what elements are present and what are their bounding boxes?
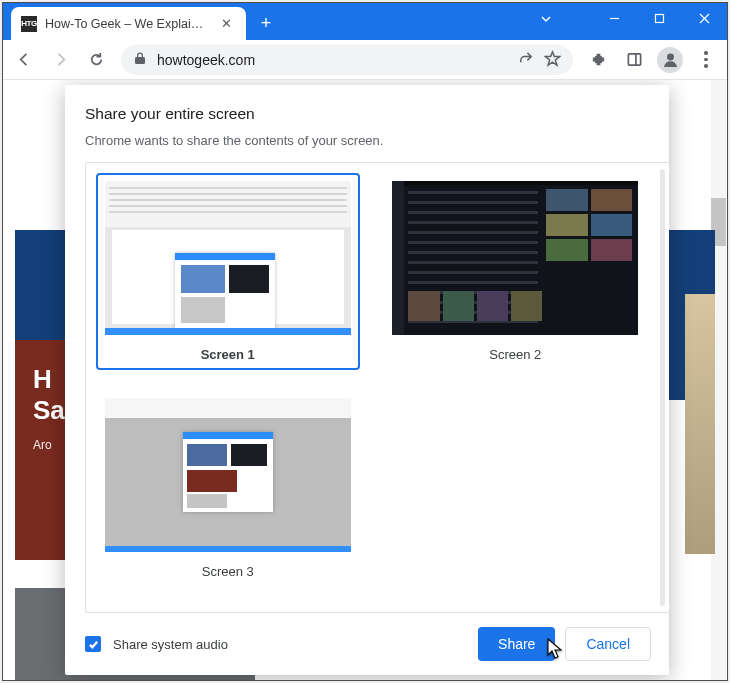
bookmark-star-icon[interactable] [544,50,561,70]
favicon: HTG [21,16,37,32]
tab-overflow-icon[interactable] [540,11,552,29]
address-bar[interactable]: howtogeek.com [121,45,573,75]
profile-avatar[interactable] [653,45,687,75]
share-audio-checkbox[interactable] [85,636,101,652]
screen-picker: Screen 1 Screen 2 [85,162,669,613]
svg-rect-1 [656,14,664,22]
screen-option-label: Screen 3 [202,564,254,579]
maximize-button[interactable] [637,3,682,33]
screen-option-2[interactable]: Screen 2 [384,173,648,370]
svg-rect-5 [628,54,640,65]
cancel-button[interactable]: Cancel [565,627,651,661]
screen-thumbnail [105,398,351,552]
svg-point-7 [667,54,672,59]
screen-option-1[interactable]: Screen 1 [96,173,360,370]
svg-marker-4 [545,51,559,64]
screen-thumbnail [105,181,351,335]
forward-button[interactable] [43,45,77,75]
titlebar: HTG How-To Geek – We Explain Techn ✕ + [3,3,727,40]
close-window-button[interactable] [682,3,727,33]
screen-option-3[interactable]: Screen 3 [96,390,360,587]
reload-button[interactable] [79,45,113,75]
back-button[interactable] [7,45,41,75]
sidepanel-icon[interactable] [617,45,651,75]
share-audio-label: Share system audio [113,637,228,652]
page-content: HSa Aro Share your entire screen Chrome … [3,80,727,680]
browser-toolbar: howtogeek.com [3,40,727,80]
tab-title: How-To Geek – We Explain Techn [45,17,209,31]
dialog-footer: Share system audio Share Cancel [85,627,669,661]
screen-thumbnail [392,181,638,335]
tab-close-icon[interactable]: ✕ [217,14,236,33]
page-side-image [685,294,715,554]
dialog-title: Share your entire screen [85,105,669,123]
minimize-button[interactable] [592,3,637,33]
extensions-icon[interactable] [581,45,615,75]
new-tab-button[interactable]: + [252,9,280,37]
browser-tab[interactable]: HTG How-To Geek – We Explain Techn ✕ [11,7,246,40]
browser-window: HTG How-To Geek – We Explain Techn ✕ + h… [2,2,728,681]
picker-scrollbar[interactable] [660,169,665,606]
lock-icon [133,51,147,68]
url-text: howtogeek.com [157,52,255,68]
dialog-subtitle: Chrome wants to share the contents of yo… [85,133,669,148]
screen-option-label: Screen 1 [201,347,255,362]
share-url-icon[interactable] [517,50,534,70]
browser-menu-icon[interactable] [689,51,723,68]
share-screen-dialog: Share your entire screen Chrome wants to… [65,85,669,675]
screen-option-label: Screen 2 [489,347,541,362]
share-button[interactable]: Share [478,627,555,661]
window-controls [592,3,727,33]
